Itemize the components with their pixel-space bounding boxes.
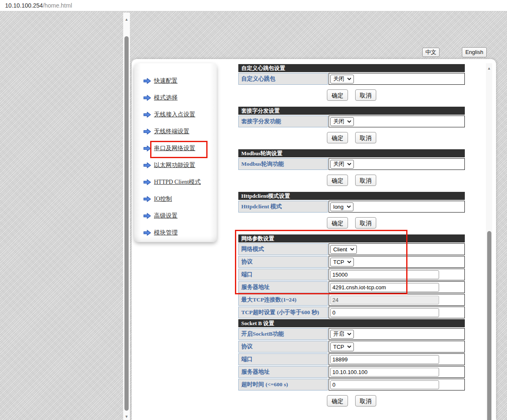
scrollbar-thumb[interactable] [124, 36, 129, 411]
socketb-server-address-input[interactable] [330, 368, 439, 377]
scroll-up-icon[interactable]: ▲ [486, 65, 492, 72]
sidebar-item-module-management[interactable]: 模块管理 [134, 224, 217, 241]
httpdclient-mode-select[interactable]: long [330, 202, 353, 211]
field-value-cell: 开启 [329, 328, 465, 340]
custom-heartbeat-select[interactable]: 关闭 [330, 75, 354, 83]
field-value-cell: 关闭 [329, 116, 465, 127]
field-value-cell [329, 366, 465, 378]
port-input[interactable] [330, 270, 439, 279]
content-scrollbar[interactable]: ▲ [486, 63, 492, 420]
ok-button[interactable]: 确定 [327, 395, 348, 407]
sidebar-item-quick-config[interactable]: 快速配置 [134, 73, 217, 89]
right-arrow-icon [143, 145, 151, 151]
field-label: Httpdclient 模式 [238, 201, 328, 213]
field-label: TCP超时设置 (小于等于600 秒) [238, 307, 328, 318]
right-arrow-icon [143, 196, 151, 202]
right-arrow-icon [143, 230, 151, 236]
sidebar-item-label[interactable]: 无线终端设置 [154, 128, 189, 135]
socket-dispatch-select[interactable]: 关闭 [330, 117, 354, 126]
chevron-down-icon [347, 205, 351, 208]
field-label: 最大TCP连接数(1~24) [238, 294, 328, 306]
ok-button[interactable]: 确定 [327, 217, 348, 229]
settings-content: 自定义心跳包设置 自定义心跳包 关闭 确定 取消 套接字分发设置 套接字分发功能… [238, 64, 465, 412]
sidebar-item-label[interactable]: 模块管理 [154, 229, 178, 237]
url-path: /home.html [43, 2, 72, 9]
lang-english-button[interactable]: English [462, 47, 487, 57]
field-value-cell [329, 353, 465, 365]
ok-button[interactable]: 确定 [327, 132, 348, 143]
right-arrow-icon [143, 129, 151, 135]
server-address-input[interactable] [330, 283, 439, 292]
cancel-button[interactable]: 取消 [355, 89, 376, 101]
settings-row: TCP超时设置 (小于等于600 秒) [238, 307, 465, 318]
sidebar-item-label[interactable]: HTTPD Client模式 [154, 178, 201, 186]
chevron-down-icon [350, 248, 354, 250]
lang-chinese-button[interactable]: 中文 [422, 48, 440, 57]
scrollbar-thumb[interactable] [487, 231, 491, 420]
field-label: 开启SocketB功能 [238, 328, 328, 340]
cancel-button[interactable]: 取消 [355, 395, 376, 407]
field-value-cell [329, 269, 465, 280]
modbus-poll-select[interactable]: 关闭 [330, 160, 354, 169]
sidebar-item-wireless-ap[interactable]: 无线接入点设置 [134, 106, 217, 123]
sidebar-item-mode-select[interactable]: 模式选择 [134, 89, 217, 106]
sidebar-item-label[interactable]: 以太网功能设置 [154, 162, 195, 169]
sidebar-item-serial-network[interactable]: 串口及网络设置 [134, 140, 217, 157]
settings-row: 超时时间 (<=600 s) [238, 379, 465, 390]
section-title: Httpdclient模式设置 [238, 192, 465, 200]
sidebar-item-httpd-client-mode[interactable]: HTTPD Client模式 [134, 174, 217, 191]
socketb-timeout-input[interactable] [330, 380, 439, 389]
socketb-port-input[interactable] [330, 355, 439, 364]
right-arrow-icon [143, 95, 151, 101]
field-value-cell [329, 379, 465, 390]
sidebar-item-advanced-settings[interactable]: 高级设置 [134, 207, 217, 224]
sidebar-item-label[interactable]: 模式选择 [154, 94, 178, 102]
browser-url-bar[interactable]: 10.10.100.254/home.html [0, 0, 507, 11]
settings-row: 网络模式 Client [238, 243, 465, 255]
settings-row: 套接字分发功能 关闭 [238, 116, 465, 127]
cancel-button[interactable]: 取消 [355, 217, 376, 229]
field-value-cell: long [329, 201, 465, 213]
chevron-down-icon [347, 120, 351, 123]
sidebar-item-label[interactable]: 高级设置 [154, 212, 178, 220]
scroll-up-icon[interactable]: ▲ [123, 16, 130, 23]
field-label: 套接字分发功能 [238, 116, 328, 127]
field-value-cell [329, 294, 465, 306]
cancel-button[interactable]: 取消 [355, 132, 376, 143]
field-value-cell [329, 281, 465, 293]
field-label: 服务器地址 [238, 366, 328, 378]
field-label: 端口 [238, 353, 328, 365]
actions-row: 确定 取消 [238, 132, 465, 143]
field-value-cell: TCP [329, 341, 465, 353]
sidebar-item-ethernet-function[interactable]: 以太网功能设置 [134, 157, 217, 174]
field-value-cell: Client [329, 243, 465, 255]
sidebar-item-label[interactable]: 无线接入点设置 [154, 111, 195, 118]
section-title: 自定义心跳包设置 [238, 64, 465, 72]
ok-button[interactable]: 确定 [327, 175, 348, 186]
settings-row: 最大TCP连接数(1~24) [238, 294, 465, 306]
ok-button[interactable]: 确定 [327, 89, 348, 101]
main-panel: 快速配置 模式选择 无线接入点设置 无线终端设置 串口及网络设置 以太网功能设置… [132, 59, 496, 420]
settings-row: 端口 [238, 269, 465, 280]
tcp-timeout-input[interactable] [330, 308, 439, 317]
scroll-down-icon[interactable]: ▼ [123, 413, 130, 420]
sidebar-item-wireless-terminal[interactable]: 无线终端设置 [134, 123, 217, 140]
settings-section: 网络参数设置 网络模式 Client 协议 TCP 端口 服务器地址 最大TCP… [238, 234, 465, 318]
right-arrow-icon [143, 78, 151, 84]
url-host: 10.10.100.254 [5, 2, 43, 9]
sidebar-item-label[interactable]: IO控制 [154, 195, 172, 203]
socketb-protocol-select[interactable]: TCP [330, 342, 354, 351]
sidebar-item-label[interactable]: 串口及网络设置 [154, 145, 195, 152]
sidebar-item-io-control[interactable]: IO控制 [134, 191, 217, 207]
settings-section: 套接字分发设置 套接字分发功能 关闭 确定 取消 [238, 107, 465, 143]
cancel-button[interactable]: 取消 [355, 175, 376, 186]
field-label: 端口 [238, 269, 328, 280]
page-scrollbar[interactable]: ▲ ▼ [123, 13, 130, 420]
settings-section: Modbus轮询设置 Modbus轮询功能 关闭 确定 取消 [238, 149, 465, 186]
protocol-select[interactable]: TCP [330, 258, 354, 267]
network-mode-select[interactable]: Client [330, 245, 357, 254]
sidebar-item-label[interactable]: 快速配置 [154, 77, 178, 85]
socketb-enable-select[interactable]: 开启 [330, 330, 354, 339]
section-title: 网络参数设置 [238, 234, 465, 242]
settings-row: 服务器地址 [238, 281, 465, 293]
